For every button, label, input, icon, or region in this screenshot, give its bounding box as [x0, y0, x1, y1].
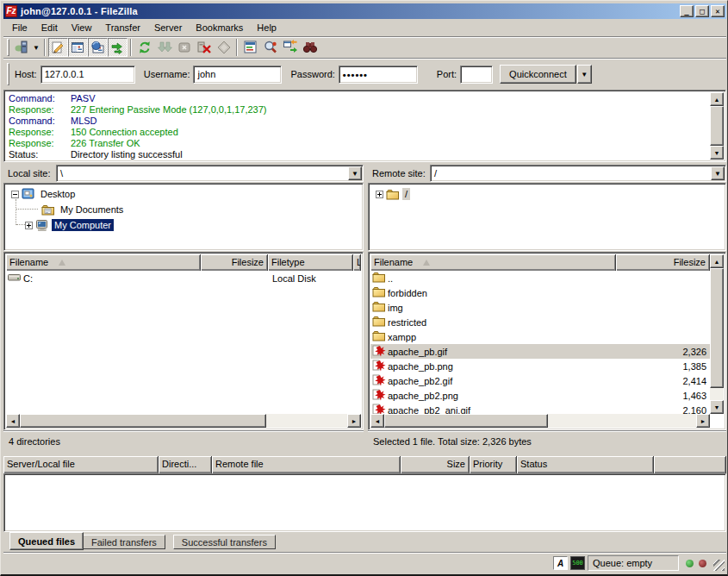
directory-comparison-button[interactable] — [260, 38, 280, 57]
scroll-left-button[interactable]: ◄ — [370, 414, 384, 428]
remote-file-row[interactable]: forbidden — [370, 285, 710, 300]
log-line: Response:227 Entering Passive Mode (127,… — [9, 104, 710, 116]
remote-file-row[interactable]: restricted — [370, 315, 710, 329]
site-manager-button[interactable] — [11, 38, 31, 57]
folder-icon — [372, 315, 386, 328]
remote-vertical-scrollbar[interactable]: ▲ ▼ — [710, 254, 724, 414]
sort-ascending-icon — [423, 260, 430, 266]
remote-file-row[interactable]: xampp — [370, 329, 710, 344]
disconnect-button[interactable] — [194, 38, 214, 57]
combo-dropdown-icon[interactable]: ▼ — [348, 166, 362, 180]
tree-item-root[interactable]: / — [370, 186, 724, 202]
scroll-up-button[interactable]: ▲ — [710, 254, 724, 268]
menu-help[interactable]: Help — [250, 20, 283, 35]
username-input[interactable]: john — [193, 66, 282, 84]
refresh-button[interactable] — [134, 38, 154, 57]
column-header-filesize[interactable]: Filesize — [616, 254, 710, 271]
scroll-left-button[interactable]: ◄ — [6, 414, 20, 428]
filezilla-window: Fz john@127.0.0.1 - FileZilla _ □ ✕ File… — [0, 0, 728, 576]
menu-transfer[interactable]: Transfer — [98, 20, 147, 35]
menu-bookmarks[interactable]: Bookmarks — [189, 20, 250, 35]
scroll-down-button[interactable]: ▼ — [710, 400, 724, 414]
remote-site-combo[interactable]: / ▼ — [430, 165, 726, 182]
port-input[interactable] — [460, 66, 493, 84]
quickconnect-button[interactable]: Quickconnect — [500, 65, 576, 84]
remote-site-label: Remote site: — [368, 165, 431, 178]
scroll-down-button[interactable]: ▼ — [710, 146, 724, 160]
toggle-log-button[interactable] — [48, 38, 68, 57]
cancel-button[interactable] — [174, 38, 194, 57]
remote-file-row[interactable]: apache_pb2.gif2,414 — [370, 373, 710, 388]
column-header-size[interactable]: Size — [401, 456, 470, 473]
tab-failed-transfers[interactable]: Failed transfers — [83, 535, 165, 549]
site-manager-dropdown[interactable]: ▼ — [31, 38, 41, 57]
tree-item-my-computer[interactable]: My Computer — [6, 217, 361, 233]
host-input[interactable]: 127.0.0.1 — [40, 66, 135, 84]
remote-file-row[interactable]: apache_pb2.png1,463 — [370, 388, 710, 403]
remote-file-row[interactable]: apache_pb.png1,385 — [370, 359, 710, 373]
find-files-icon — [302, 40, 318, 55]
queue-list[interactable] — [3, 473, 726, 532]
cancel-icon — [177, 40, 192, 55]
column-header-last-modified[interactable]: Last modified — [353, 254, 361, 271]
password-input[interactable]: •••••• — [339, 66, 418, 84]
local-treeview-icon — [71, 41, 85, 55]
column-header-filename[interactable]: Filename — [370, 254, 616, 271]
log-scrollbar[interactable]: ▲ ▼ — [710, 92, 724, 160]
remote-file-row[interactable]: img — [370, 300, 710, 315]
host-label: Host: — [15, 69, 37, 79]
scroll-right-button[interactable]: ► — [696, 414, 710, 428]
tree-item-my-documents[interactable]: My Documents — [6, 202, 361, 217]
column-header-status[interactable]: Status — [517, 456, 654, 473]
process-queue-button[interactable] — [154, 38, 174, 57]
local-file-row[interactable]: C: Local Disk — [6, 271, 361, 285]
expand-icon[interactable] — [376, 191, 383, 198]
menu-server[interactable]: Server — [147, 20, 189, 35]
remote-file-row[interactable]: apache_pb2_ani.gif2,160 — [370, 403, 710, 414]
menu-file[interactable]: File — [5, 20, 34, 35]
scroll-right-button[interactable]: ► — [347, 414, 361, 428]
remote-horizontal-scrollbar[interactable]: ◄ ► — [370, 414, 710, 428]
toggle-queue-button[interactable] — [108, 38, 128, 57]
find-files-button[interactable] — [300, 38, 320, 57]
remote-file-row[interactable]: .. — [370, 271, 710, 285]
log-line: Command:PASV — [9, 93, 710, 104]
combo-dropdown-icon[interactable]: ▼ — [711, 166, 725, 180]
tab-successful-transfers[interactable]: Successful transfers — [173, 535, 276, 549]
username-label: Username: — [144, 69, 190, 79]
transfer-type-icon: A — [553, 556, 568, 570]
port-label: Port: — [437, 69, 457, 79]
collapse-icon[interactable] — [11, 191, 19, 198]
image-file-icon — [372, 359, 386, 372]
tree-item-desktop[interactable]: Desktop — [6, 186, 361, 202]
scroll-up-button[interactable]: ▲ — [710, 92, 724, 106]
toolbar-separator — [44, 39, 46, 56]
menu-edit[interactable]: Edit — [34, 20, 65, 35]
column-header-remote-file[interactable]: Remote file — [212, 456, 401, 473]
remote-file-row-selected[interactable]: apache_pb.gif2,326 — [370, 344, 710, 359]
column-header-filetype[interactable]: Filetype — [268, 254, 353, 271]
close-button[interactable]: ✕ — [711, 5, 725, 17]
column-header-filename[interactable]: Filename — [6, 254, 201, 271]
filter-button[interactable] — [240, 38, 260, 57]
expand-icon[interactable] — [25, 222, 33, 229]
process-queue-icon — [157, 40, 172, 55]
toggle-local-tree-button[interactable] — [68, 38, 88, 57]
resize-grip[interactable] — [713, 560, 725, 571]
column-header-filesize[interactable]: Filesize — [201, 254, 268, 271]
toggle-remote-tree-button[interactable] — [88, 38, 108, 57]
quickconnect-dropdown[interactable]: ▼ — [577, 65, 592, 84]
queue-status: Queue: empty — [588, 555, 679, 571]
local-site-combo[interactable]: \ ▼ — [56, 165, 364, 182]
minimize-button[interactable]: _ — [680, 5, 694, 17]
column-header-server-local-file[interactable]: Server/Local file — [3, 456, 159, 473]
maximize-button[interactable]: □ — [695, 5, 709, 17]
local-horizontal-scrollbar[interactable]: ◄ ► — [6, 414, 361, 428]
synchronized-browsing-button[interactable] — [280, 38, 300, 57]
column-header-direction[interactable]: Directi... — [159, 456, 212, 473]
menu-view[interactable]: View — [65, 20, 99, 35]
column-header-priority[interactable]: Priority — [470, 456, 517, 473]
folder-icon — [372, 271, 386, 284]
tab-queued-files[interactable]: Queued files — [9, 532, 84, 550]
abort-button[interactable] — [214, 38, 233, 57]
